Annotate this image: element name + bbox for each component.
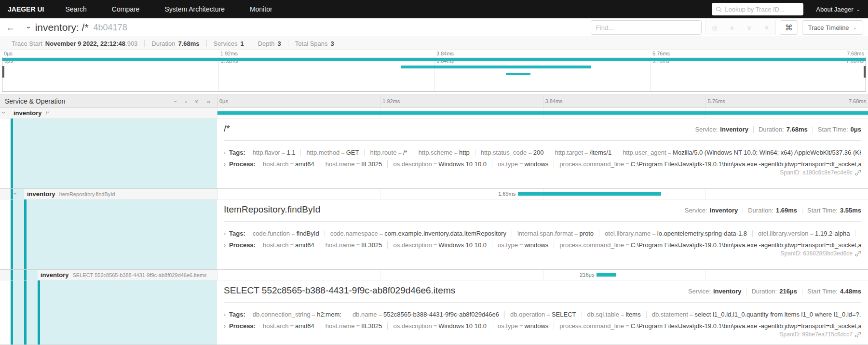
kv-key: os.type <box>498 241 518 249</box>
nav-item-compare[interactable]: Compare <box>112 5 140 13</box>
trace-view-selector[interactable]: Trace Timeline ⌄ <box>802 20 863 35</box>
process-row-label[interactable]: Process: <box>229 322 256 330</box>
process-row: ›Process:host.arch=amd64host.name=IIL302… <box>224 241 861 249</box>
chevron-right-icon[interactable]: › <box>224 242 226 249</box>
chevron-right-icon[interactable]: › <box>224 311 226 318</box>
trace-id-lookup-input[interactable] <box>725 6 800 13</box>
nav-item-monitor[interactable]: Monitor <box>250 5 272 13</box>
search-icon <box>716 6 722 13</box>
kv-item: os.type=windows <box>492 322 554 330</box>
focus-icon[interactable]: ◎ <box>706 20 723 35</box>
link-icon[interactable] <box>855 170 861 176</box>
next-match-icon[interactable]: ∨ <box>741 20 758 35</box>
expand-all-icon[interactable]: » <box>207 98 210 105</box>
kv-equals: = <box>573 230 580 237</box>
tags-row-label[interactable]: Tags: <box>229 149 245 156</box>
find-input[interactable] <box>591 20 702 35</box>
kv-item: host.name=IIL3025 <box>320 241 388 249</box>
about-jaeger-menu[interactable]: About Jaeger ⌄ <box>816 6 860 13</box>
summary-value: 7.68ms <box>178 40 200 47</box>
timeline-header-ticks: 0μs1.92ms3.84ms5.76ms7.68ms <box>217 95 868 107</box>
tree-guide-stripe <box>11 270 13 280</box>
link-icon[interactable] <box>855 332 861 338</box>
span-expand-chevron-icon[interactable]: › <box>1 112 7 114</box>
tree-guide-stripe <box>24 270 27 280</box>
trace-id-short: 4b04178 <box>94 23 127 33</box>
span-bar[interactable] <box>518 192 661 196</box>
tree-guide-stripe <box>24 199 27 269</box>
span-row-0[interactable]: ›inventory/* <box>0 108 868 119</box>
kv-value: items <box>626 311 641 318</box>
timeline-minimap[interactable]: 0μs1.92ms3.84ms5.76ms7.68ms <box>2 57 866 92</box>
tags-row-label[interactable]: Tags: <box>229 311 245 318</box>
span-bar-cell[interactable]: 216μs <box>217 270 868 280</box>
jaeger-logo[interactable]: JAEGER UI <box>8 5 44 13</box>
kv-value: com.example.inventory.data.ItemRepositor… <box>384 230 506 237</box>
span-bar[interactable] <box>597 273 615 277</box>
span-meta-item: Start Time:3.55ms <box>802 207 861 214</box>
back-button[interactable]: ← <box>0 18 21 37</box>
kv-key: host.arch <box>263 241 288 249</box>
viewport-right-handle[interactable] <box>864 66 866 78</box>
kv-key: otel.library.name <box>605 230 651 237</box>
nav-item-system-architecture[interactable]: System Architecture <box>164 5 225 13</box>
kv-key: code.function <box>253 230 290 237</box>
tick-gridline <box>543 95 543 107</box>
span-id-value: 99be7ea715c6dcc7 <box>802 331 853 338</box>
tree-guide-stripe <box>38 280 40 345</box>
kv-key: host.arch <box>263 160 288 168</box>
tree-guide-stripe <box>11 199 13 269</box>
viewport-left-handle[interactable] <box>2 66 4 78</box>
kv-key: http.user_agent <box>623 149 666 156</box>
expand-one-icon[interactable]: › <box>185 98 187 105</box>
trace-collapse-chevron-icon[interactable]: › <box>25 27 33 29</box>
kv-item: db.connection_string=h2:mem: <box>247 311 347 318</box>
span-tree-cell[interactable]: inventorySELECT 552c8565-b388-4431-9f9c-… <box>0 270 217 280</box>
span-tree-cell[interactable]: ›inventoryItemRepository.findById <box>0 189 217 199</box>
span-bar[interactable] <box>217 111 868 115</box>
chevron-right-icon[interactable]: › <box>224 149 226 156</box>
topnav-right: About Jaeger ⌄ <box>712 3 860 15</box>
detail-divider <box>224 140 861 141</box>
collapse-one-icon[interactable]: › <box>172 100 179 102</box>
span-expand-chevron-icon[interactable]: › <box>13 193 18 195</box>
summary-item: Total Spans3 <box>288 40 341 47</box>
keyboard-shortcuts-button[interactable]: ⌘ <box>780 20 798 35</box>
chevron-right-icon[interactable]: › <box>224 230 226 237</box>
tags-row-label[interactable]: Tags: <box>229 230 245 237</box>
span-bar-cell[interactable]: 1.69ms <box>217 189 868 199</box>
summary-item: Services1 <box>207 40 251 47</box>
span-detail-card: ItemRepository.findByIdService:inventory… <box>217 199 868 269</box>
span-bar-cell[interactable] <box>217 108 868 118</box>
chevron-down-icon: ⌄ <box>856 7 860 12</box>
span-row-1[interactable]: ›inventoryItemRepository.findById1.69ms <box>0 189 868 199</box>
collapse-all-icon[interactable]: » <box>193 99 201 103</box>
chevron-right-icon[interactable]: › <box>224 323 226 330</box>
nav-item-search[interactable]: Search <box>65 5 86 13</box>
trace-id-lookup[interactable] <box>712 3 803 15</box>
kv-key: http.flavor <box>253 149 280 156</box>
kv-equals: = <box>280 149 287 156</box>
span-detail-tree-cell <box>0 199 217 269</box>
process-row-label[interactable]: Process: <box>229 241 256 249</box>
span-tree-cell[interactable]: ›inventory/* <box>0 108 217 118</box>
span-detail-meta: Service:inventoryDuration:216μsStart Tim… <box>683 288 861 295</box>
process-row-label[interactable]: Process: <box>229 160 256 168</box>
clear-find-icon[interactable]: ✕ <box>758 20 775 35</box>
kv-value: windows <box>524 241 548 249</box>
span-detail-row-2: SELECT 552c8565-b388-4431-9f9c-ab8f029d4… <box>0 280 868 345</box>
kv-item: db.statement=select i1_0.id,i1_0.quantit… <box>647 311 861 318</box>
span-row-2[interactable]: inventorySELECT 552c8565-b388-4431-9f9c-… <box>0 270 868 280</box>
tree-band-fill <box>11 199 217 269</box>
summary-value: November 9 2022, 22:12:48.903 <box>45 40 138 47</box>
span-meta-label: Start Time: <box>807 207 838 214</box>
trace-summary-bar: Trace StartNovember 9 2022, 22:12:48.903… <box>0 37 868 50</box>
chevron-right-icon[interactable]: › <box>224 161 226 168</box>
kv-equals: = <box>396 149 403 156</box>
span-id-label: SpanID: <box>780 169 802 176</box>
tick-label: 5.76ms <box>652 51 670 56</box>
link-icon[interactable] <box>855 251 861 257</box>
tree-band-fill <box>11 119 217 188</box>
kv-value: GET <box>346 149 359 156</box>
prev-match-icon[interactable]: ∧ <box>723 20 741 35</box>
